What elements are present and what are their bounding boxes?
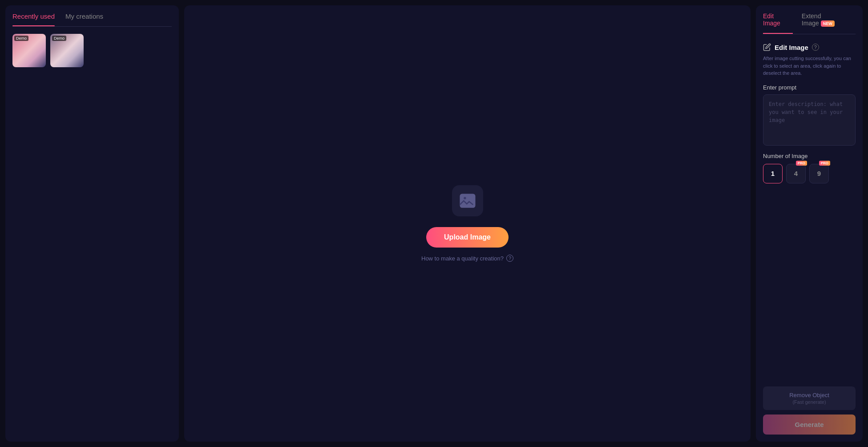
demo-badge-1: Demo — [14, 36, 28, 41]
svg-point-1 — [464, 197, 466, 199]
quality-hint-help-icon[interactable]: ? — [506, 255, 513, 262]
pencil-icon — [763, 43, 771, 51]
number-of-image-label: Number of Image — [763, 153, 856, 159]
sidebar-tabs: Recently used My creations — [12, 12, 172, 27]
number-option-1[interactable]: 1 — [763, 164, 783, 183]
quality-hint-row: How to make a quality creation? ? — [421, 255, 513, 262]
number-option-4[interactable]: PRO 4 — [786, 164, 806, 183]
tab-my-creations[interactable]: My creations — [65, 12, 103, 23]
right-panel-tabs: Edit Image Extend ImageNEW — [763, 12, 856, 34]
demo-image-2[interactable]: Demo — [50, 34, 84, 67]
tab-extend-image[interactable]: Extend ImageNEW — [802, 12, 856, 29]
tab-edit-image[interactable]: Edit Image — [763, 12, 793, 29]
number-option-9[interactable]: PRO 9 — [809, 164, 829, 183]
left-sidebar: Recently used My creations Demo Demo — [5, 5, 179, 442]
new-badge: NEW — [821, 20, 835, 27]
demo-image-1[interactable]: Demo — [12, 34, 46, 67]
number-options-row: 1 PRO 4 PRO 9 — [763, 164, 856, 183]
right-panel: Edit Image Extend ImageNEW Edit Image ? … — [756, 5, 863, 442]
prompt-label: Enter prompt — [763, 84, 856, 91]
upload-image-button[interactable]: Upload Image — [426, 227, 509, 248]
quality-hint-text: How to make a quality creation? — [421, 255, 504, 262]
section-title-row: Edit Image ? — [763, 43, 856, 51]
pro-badge-4: PRO — [796, 161, 807, 166]
section-title: Edit Image — [775, 44, 808, 51]
svg-rect-0 — [460, 194, 475, 208]
section-help-icon[interactable]: ? — [812, 44, 819, 51]
image-placeholder-svg — [458, 191, 477, 210]
center-upload-area: Upload Image How to make a quality creat… — [184, 5, 751, 442]
pro-badge-9: PRO — [819, 161, 830, 166]
prompt-input[interactable] — [763, 94, 856, 146]
upload-image-icon — [452, 185, 483, 216]
remove-object-button[interactable]: Remove Object (Fast generate) — [763, 386, 856, 410]
demo-badge-2: Demo — [52, 36, 66, 41]
demo-images-list: Demo Demo — [12, 34, 172, 67]
tab-recently-used[interactable]: Recently used — [12, 12, 55, 23]
section-description: After image cutting successfully, you ca… — [763, 55, 856, 77]
generate-button[interactable]: Generate — [763, 414, 856, 435]
